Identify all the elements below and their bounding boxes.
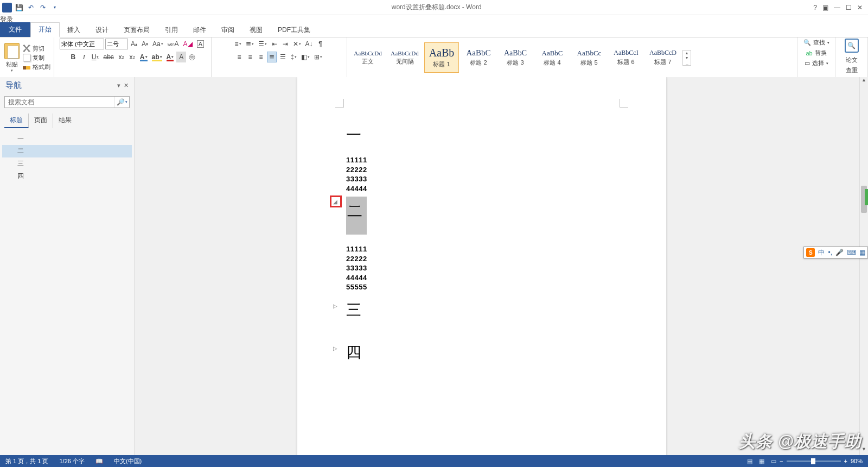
replace-button[interactable]: ab替换 <box>806 49 826 57</box>
increase-indent-button[interactable]: ⇥ <box>280 39 290 49</box>
ime-lang-button[interactable]: 中 <box>818 248 825 257</box>
nav-heading-item[interactable]: 一 <box>2 132 132 145</box>
enclose-characters-button[interactable]: ㊕ <box>187 52 197 62</box>
align-right-button[interactable]: ≡ <box>256 52 266 62</box>
format-painter-button[interactable]: 格式刷 <box>23 63 50 71</box>
status-word-count[interactable]: 1/26 个字 <box>54 457 90 465</box>
text-effects-button[interactable]: A▾ <box>138 52 149 62</box>
zoom-control[interactable]: − + 90% <box>780 458 868 464</box>
body-text[interactable]: 33333 <box>346 263 617 273</box>
style-item[interactable]: AaBbCcDd无间隔 <box>387 42 422 73</box>
page-content[interactable]: 一 11111222223333344444 ◢ 二 1111122222333… <box>297 77 666 394</box>
tab-insert[interactable]: 插入 <box>60 23 88 37</box>
font-name-input[interactable] <box>60 39 104 49</box>
strikethrough-button[interactable]: abc <box>101 52 115 62</box>
sogou-icon[interactable]: S <box>806 248 815 257</box>
tab-mailings[interactable]: 邮件 <box>186 23 214 37</box>
align-left-button[interactable]: ≡ <box>234 52 244 62</box>
body-text[interactable]: 22222 <box>346 165 617 175</box>
minimize-icon[interactable]: — <box>834 4 840 11</box>
ime-toolbar[interactable]: S 中 •, 🎤 ⌨ ▦ <box>803 247 868 258</box>
highlight-button[interactable]: ab▾ <box>150 52 164 62</box>
paste-button[interactable]: 粘贴 ▾ <box>3 42 21 74</box>
style-item[interactable]: AaBbCcI标题 6 <box>609 42 643 73</box>
shading-button[interactable]: ◧▾ <box>299 52 311 62</box>
bold-button[interactable]: B <box>68 52 78 62</box>
status-language[interactable]: 中文(中国) <box>108 457 147 465</box>
show-hide-button[interactable]: ¶ <box>316 39 326 49</box>
cut-button[interactable]: 剪切 <box>23 45 50 53</box>
style-item[interactable]: AaBbCcDd正文 <box>350 42 385 73</box>
tab-references[interactable]: 引用 <box>157 23 186 37</box>
body-text[interactable]: 55555 <box>346 282 617 292</box>
multilevel-list-button[interactable]: ☰▾ <box>257 39 269 49</box>
nav-heading-item[interactable]: 二 <box>2 145 132 157</box>
tab-design[interactable]: 设计 <box>88 23 116 37</box>
heading-4[interactable]: 四 <box>346 344 361 361</box>
nav-tab-headings[interactable]: 标题 <box>4 113 29 128</box>
zoom-slider-knob[interactable] <box>811 458 815 464</box>
numbering-button[interactable]: ≣▾ <box>244 39 256 49</box>
ime-voice-icon[interactable]: 🎤 <box>835 249 844 256</box>
body-text[interactable]: 11111 <box>346 244 617 254</box>
tab-file[interactable]: 文件 <box>0 22 30 37</box>
qat-more-icon[interactable]: ▾ <box>50 3 60 12</box>
find-button[interactable]: 🔍查找▾ <box>803 39 829 47</box>
tab-review[interactable]: 审阅 <box>214 23 242 37</box>
ime-menu-icon[interactable]: ▦ <box>859 249 865 256</box>
style-item[interactable]: AaBbC标题 3 <box>498 42 533 73</box>
expand-handle-icon[interactable]: ▷ <box>333 345 337 351</box>
vertical-scrollbar[interactable]: ▲ ▼ <box>859 77 868 455</box>
character-border-button[interactable]: A <box>195 39 206 49</box>
expand-handle-icon[interactable]: ▷ <box>333 303 337 309</box>
body-text[interactable]: 11111 <box>346 155 617 165</box>
tab-pdf[interactable]: PDF工具集 <box>270 23 318 37</box>
align-center-button[interactable]: ≡ <box>245 52 255 62</box>
character-shading-button[interactable]: A <box>176 52 186 62</box>
asian-layout-button[interactable]: ✕▾ <box>291 39 303 49</box>
line-spacing-button[interactable]: ‡▾ <box>289 52 298 62</box>
tab-layout[interactable]: 页面布局 <box>116 23 157 37</box>
bullets-button[interactable]: ≡▾ <box>233 39 242 49</box>
plagiarism-check-button[interactable]: 🔍 论文 查重 <box>839 39 864 77</box>
clear-formatting-button[interactable]: A◢ <box>182 39 194 49</box>
document-area[interactable]: 一 11111222223333344444 ◢ 二 1111122222333… <box>135 77 868 455</box>
style-item[interactable]: AaBbC标题 4 <box>535 42 570 73</box>
help-icon[interactable]: ? <box>813 4 817 11</box>
style-item[interactable]: AaBb标题 1 <box>424 42 459 73</box>
view-print-icon[interactable]: ▦ <box>756 458 768 465</box>
body-text[interactable]: 44444 <box>346 184 617 194</box>
underline-button[interactable]: U▾ <box>90 52 101 62</box>
search-input[interactable] <box>5 97 114 108</box>
undo-icon[interactable]: ↶ <box>26 3 36 12</box>
body-text[interactable]: 22222 <box>346 254 617 264</box>
search-icon[interactable]: 🔎▾ <box>114 97 129 108</box>
heading-1[interactable]: 一 <box>346 125 617 146</box>
style-item[interactable]: AaBbCc标题 5 <box>572 42 607 73</box>
phonetic-guide-button[interactable]: wénA <box>166 39 181 49</box>
distributed-button[interactable]: ☰ <box>278 52 288 62</box>
grow-font-button[interactable]: A▴ <box>129 39 139 49</box>
nav-tab-pages[interactable]: 页面 <box>29 113 53 128</box>
zoom-slider[interactable] <box>787 460 841 462</box>
ime-punct-button[interactable]: •, <box>828 249 832 256</box>
justify-button[interactable]: ≣ <box>267 52 277 62</box>
subscript-button[interactable]: x2 <box>117 52 126 62</box>
tab-home[interactable]: 开始 <box>30 22 60 37</box>
zoom-level[interactable]: 90% <box>851 458 863 464</box>
maximize-icon[interactable]: ☐ <box>846 4 852 11</box>
body-text[interactable]: 33333 <box>346 174 617 184</box>
nav-heading-item[interactable]: 四 <box>2 170 132 182</box>
nav-heading-item[interactable]: 三 <box>2 157 132 170</box>
ime-keyboard-icon[interactable]: ⌨ <box>847 249 856 256</box>
status-spellcheck-icon[interactable]: 📖 <box>90 458 108 465</box>
ribbon-display-icon[interactable]: ▣ <box>822 4 828 11</box>
style-item[interactable]: AaBbCcD标题 7 <box>646 42 680 73</box>
styles-more-button[interactable]: ▴▾⎯ <box>682 50 691 66</box>
borders-button[interactable]: ⊞▾ <box>312 52 324 62</box>
font-size-input[interactable] <box>105 39 128 49</box>
font-color-button[interactable]: A▾ <box>165 52 176 62</box>
copy-button[interactable]: 复制 <box>23 54 50 62</box>
decrease-indent-button[interactable]: ⇤ <box>270 39 279 49</box>
nav-dropdown-icon[interactable]: ▾ <box>117 82 120 89</box>
